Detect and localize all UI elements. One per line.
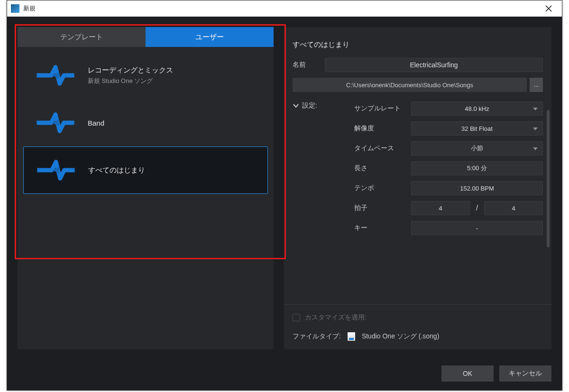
sample-rate-select[interactable]: 48.0 kHz xyxy=(411,101,543,116)
template-list: レコーディングとミックス 新規 Studio One ソング Band xyxy=(18,47,274,199)
resolution-select[interactable]: 32 Bit Float xyxy=(411,121,543,136)
browse-button[interactable]: ... xyxy=(530,78,543,92)
chevron-down-icon xyxy=(293,102,299,109)
titlebar: 新規 xyxy=(7,0,562,17)
window-title: 新規 xyxy=(23,4,36,13)
sample-rate-label: サンプルレート xyxy=(354,104,411,113)
dialog-body: テンプレート ユーザー レコーディングとミックス 新規 Studio One ソ… xyxy=(7,17,562,390)
resolution-label: 解像度 xyxy=(354,124,411,133)
song-name-input[interactable] xyxy=(325,58,543,72)
sig-separator: / xyxy=(470,204,484,212)
template-title: すべてのはじまり xyxy=(88,166,145,175)
key-field[interactable]: - xyxy=(411,221,543,235)
tabs: テンプレート ユーザー xyxy=(18,27,274,47)
template-title: Band xyxy=(88,119,104,127)
template-item-recording-mix[interactable]: レコーディングとミックス 新規 Studio One ソング xyxy=(23,52,268,99)
song-path-display[interactable]: C:\Users\onenk\Documents\Studio One\Song… xyxy=(293,78,527,92)
template-title: レコーディングとミックス xyxy=(88,66,173,75)
filetype-value: Studio One ソング (.song) xyxy=(362,332,439,341)
app-icon xyxy=(11,4,19,13)
song-icon xyxy=(32,106,79,139)
details-header: すべてのはじまり xyxy=(284,27,551,58)
length-field[interactable]: 5:00 分 xyxy=(411,161,543,175)
customize-checkbox[interactable] xyxy=(293,314,300,321)
ok-button[interactable]: OK xyxy=(441,365,494,382)
timebase-label: タイムベース xyxy=(354,144,411,153)
song-file-icon xyxy=(348,332,355,341)
template-subtitle: 新規 Studio One ソング xyxy=(88,77,173,85)
template-item-band[interactable]: Band xyxy=(23,99,268,146)
template-item-subete[interactable]: すべてのはじまり xyxy=(23,146,268,194)
new-song-dialog: 新規 テンプレート ユーザー レコーディン xyxy=(7,0,562,391)
song-icon xyxy=(32,154,80,187)
signature-label: 拍子 xyxy=(354,204,411,212)
customize-label: カスタマイズを適用: xyxy=(305,313,367,322)
sig-numerator[interactable]: 4 xyxy=(411,201,470,215)
tempo-label: テンポ xyxy=(354,184,411,192)
details-pane: すべてのはじまり 名前 C:\Users\onenk\Documents\Stu… xyxy=(284,27,551,349)
template-pane: テンプレート ユーザー レコーディングとミックス 新規 Studio One ソ… xyxy=(18,27,274,349)
timebase-select[interactable]: 小節 xyxy=(411,141,543,155)
tempo-field[interactable]: 152.00 BPM xyxy=(411,181,543,195)
song-icon xyxy=(32,59,79,92)
tab-template[interactable]: テンプレート xyxy=(18,27,146,47)
length-label: 長さ xyxy=(354,164,411,173)
close-icon xyxy=(545,5,552,12)
key-label: キー xyxy=(354,224,411,232)
tab-user[interactable]: ユーザー xyxy=(146,27,274,47)
name-label: 名前 xyxy=(293,61,325,69)
close-button[interactable] xyxy=(539,0,558,17)
settings-toggle[interactable]: 設定: xyxy=(293,101,354,110)
cancel-button[interactable]: キャンセル xyxy=(499,365,551,382)
filetype-label: ファイルタイプ: xyxy=(293,332,341,341)
details-scrollbar[interactable] xyxy=(547,110,550,247)
sig-denominator[interactable]: 4 xyxy=(484,201,543,215)
